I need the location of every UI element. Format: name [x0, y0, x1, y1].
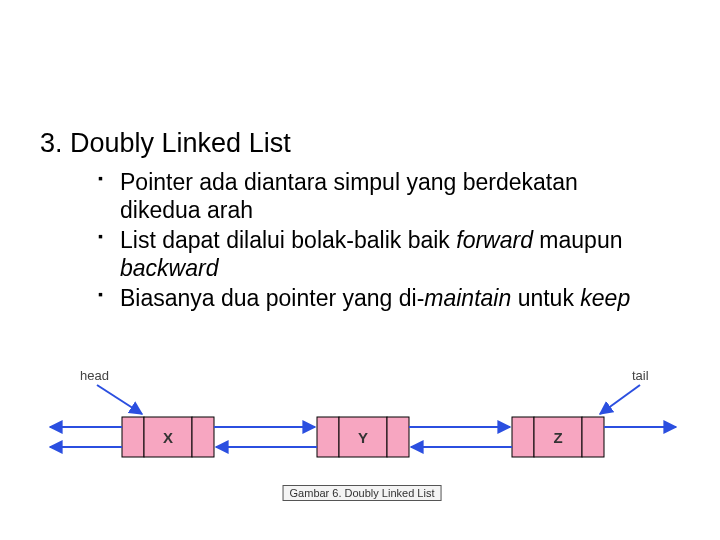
bullet-item-3: Biasanya dua pointer yang di-maintain un… [98, 284, 650, 312]
italic-word-forward: forward [456, 227, 533, 253]
node-x: X [122, 417, 214, 457]
svg-rect-5 [387, 417, 409, 457]
bullet-text: Biasanya dua pointer yang di- [120, 285, 424, 311]
svg-rect-0 [122, 417, 144, 457]
svg-rect-8 [582, 417, 604, 457]
italic-word-backward: backward [120, 255, 218, 281]
section-heading: 3. Doubly Linked List [40, 128, 291, 159]
bullet-text: untuk [511, 285, 580, 311]
svg-rect-3 [317, 417, 339, 457]
node-z: Z [512, 417, 604, 457]
bullet-text: maupun [533, 227, 623, 253]
doubly-linked-list-svg: head tail X Y [42, 362, 682, 502]
diagram-caption: Gambar 6. Doubly Linked List [283, 485, 442, 501]
bullet-text: List dapat dilalui bolak-balik baik [120, 227, 456, 253]
node-y-label: Y [358, 429, 368, 446]
tail-label: tail [632, 368, 649, 383]
bullet-item-2: List dapat dilalui bolak-balik baik forw… [98, 226, 650, 282]
bullet-text: dikedua arah [120, 197, 253, 223]
svg-rect-6 [512, 417, 534, 457]
slide: 3. Doubly Linked List Pointer ada dianta… [0, 0, 720, 540]
italic-word-maintain: maintain [424, 285, 511, 311]
italic-word-keep: keep [580, 285, 630, 311]
tail-pointer-arrow [600, 385, 640, 414]
head-label: head [80, 368, 109, 383]
head-pointer-arrow [97, 385, 142, 414]
svg-rect-2 [192, 417, 214, 457]
node-z-label: Z [553, 429, 562, 446]
node-x-label: X [163, 429, 173, 446]
bullet-text: Pointer ada diantara simpul yang berdeka… [120, 169, 578, 195]
bullet-item-1: Pointer ada diantara simpul yang berdeka… [98, 168, 650, 224]
diagram: head tail X Y [42, 362, 682, 502]
node-y: Y [317, 417, 409, 457]
bullet-list: Pointer ada diantara simpul yang berdeka… [98, 168, 650, 314]
